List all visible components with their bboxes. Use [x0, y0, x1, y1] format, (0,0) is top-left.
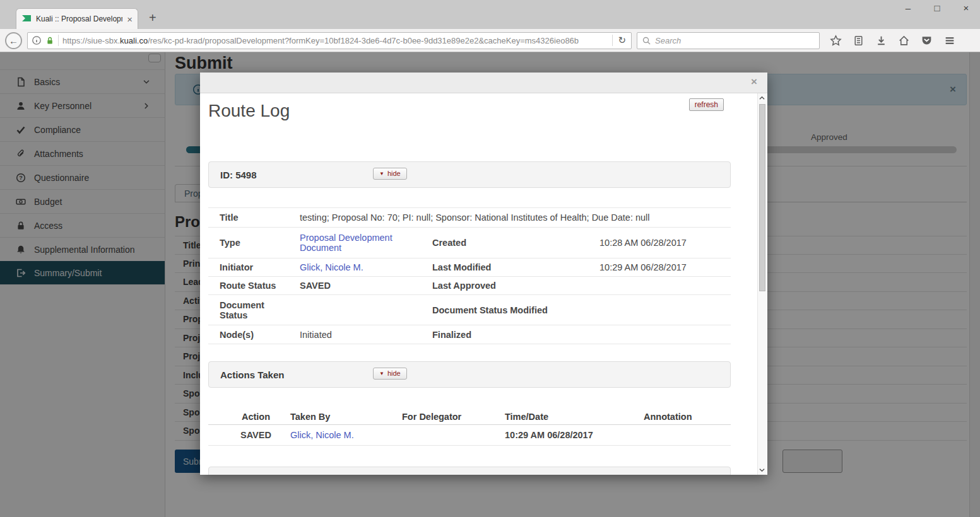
home-icon[interactable] [898, 35, 910, 47]
last-approved-value [599, 283, 731, 288]
refresh-button[interactable]: refresh [689, 98, 724, 111]
modal-header: × [200, 73, 767, 93]
table-row: Initiator Glick, Nicole M. Last Modified… [208, 258, 731, 277]
triangle-down-icon: ▼ [379, 171, 384, 177]
document-status-modified-value [599, 308, 731, 313]
modal-body: refresh Route Log ID: 5498 ▼ hide Title … [200, 93, 767, 475]
document-type-link[interactable]: Proposal Development Document [300, 233, 404, 253]
table-row: Title testing; Proposal No: 70; PI: null… [208, 208, 731, 228]
url-text[interactable]: https://siue-sbx.kuali.co/res/kc-pd-krad… [62, 36, 608, 45]
table-row: SAVED Glick, Nicole M. 10:29 AM 06/28/20… [208, 425, 731, 446]
new-tab-button[interactable]: + [149, 11, 156, 24]
url-bar[interactable]: https://siue-sbx.kuali.co/res/kc-pd-krad… [27, 32, 632, 49]
tab-close-icon[interactable]: × [127, 15, 133, 24]
time-date-value: 10:29 AM 06/28/2017 [505, 430, 644, 440]
menu-hamburger-icon[interactable] [943, 35, 956, 47]
initiator-link[interactable]: Glick, Nicole M. [300, 262, 363, 272]
scroll-up-icon[interactable] [759, 96, 765, 100]
bookmark-star-icon[interactable] [830, 35, 842, 47]
https-lock-icon[interactable] [45, 36, 54, 45]
route-log-title: Route Log [208, 101, 290, 121]
tab-title: Kuali :: Proposal Developme [36, 15, 122, 23]
nodes-value: Initiated [300, 327, 432, 342]
actions-hide-button[interactable]: ▼ hide [373, 368, 407, 380]
info-icon[interactable] [32, 35, 42, 45]
search-input[interactable] [655, 36, 815, 45]
modal-close-icon[interactable]: × [751, 76, 757, 87]
document-id-panel: ID: 5498 ▼ hide [208, 161, 731, 188]
pocket-icon[interactable] [921, 35, 933, 47]
route-log-modal: × refresh Route Log ID: 5498 ▼ hide Titl… [200, 73, 767, 475]
scrollbar-thumb[interactable] [759, 104, 765, 291]
route-status-value: SAVED [300, 278, 432, 293]
created-value: 10:28 AM 06/28/2017 [599, 235, 731, 250]
browser-toolbar: ← https://siue-sbx.kuali.co/res/kc-pd-kr… [0, 29, 980, 52]
downloads-icon[interactable] [875, 35, 887, 47]
scroll-down-icon[interactable] [759, 468, 765, 472]
finalized-value [599, 332, 731, 337]
table-row: Node(s) Initiated Finalized [208, 325, 731, 344]
table-row: Type Proposal Development Document Creat… [208, 228, 731, 258]
taken-by-link[interactable]: Glick, Nicole M. [290, 430, 354, 440]
document-status-value [300, 308, 432, 313]
browser-titlebar: Kuali :: Proposal Developme × + – □ × [0, 0, 980, 29]
search-icon [642, 36, 651, 45]
window-minimize-button[interactable]: – [902, 3, 914, 13]
back-button[interactable]: ← [5, 32, 22, 49]
window-close-button[interactable]: × [960, 3, 972, 13]
kuali-favicon-icon [21, 14, 32, 24]
table-row: Route Status SAVED Last Approved [208, 277, 731, 295]
title-value: testing; Proposal No: 70; PI: null; Spon… [300, 210, 731, 225]
modal-scrollbar[interactable] [757, 93, 766, 475]
reload-icon[interactable]: ↻ [617, 35, 627, 46]
actions-taken-heading: Actions Taken [209, 369, 284, 380]
app-page: Basics Key Personnel Compliance Attachme… [0, 52, 980, 517]
actions-taken-panel: Actions Taken ▼ hide [208, 361, 731, 388]
search-box[interactable] [637, 32, 820, 49]
next-section-panel [208, 467, 731, 475]
document-id-label: ID: 5498 [209, 170, 257, 180]
window-maximize-button[interactable]: □ [931, 3, 943, 13]
bookmarks-list-icon[interactable] [853, 35, 865, 47]
triangle-down-icon: ▼ [379, 371, 384, 376]
table-row: Document Status Document Status Modified [208, 295, 731, 325]
browser-tab[interactable]: Kuali :: Proposal Developme × [16, 8, 138, 29]
route-log-details-table: Title testing; Proposal No: 70; PI: null… [208, 207, 731, 344]
actions-taken-table: Action Taken By For Delegator Time/Date … [208, 409, 731, 446]
action-value: SAVED [230, 430, 290, 440]
actions-table-header: Action Taken By For Delegator Time/Date … [208, 409, 731, 425]
id-hide-button[interactable]: ▼ hide [373, 168, 407, 180]
last-modified-value: 10:29 AM 06/28/2017 [599, 260, 731, 275]
